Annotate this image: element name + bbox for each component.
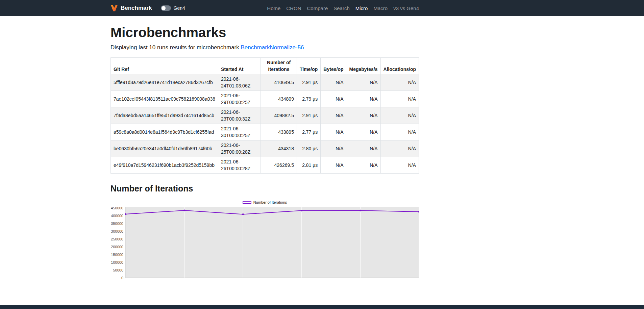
y-tick-label: 250000 <box>111 237 123 241</box>
nav-link-micro[interactable]: Micro <box>355 5 368 11</box>
megabytes-cell: N/A <box>346 140 380 157</box>
column-header: Megabytes/s <box>346 58 380 74</box>
y-tick-label: 450000 <box>111 206 123 210</box>
git-ref-cell: a59c8a0a8d0014e8a1f564d9c97b3d1cf6255fad <box>111 124 218 140</box>
brand-label: Benchmark <box>121 5 152 11</box>
iterations-cell: 434809 <box>261 91 297 107</box>
time-op-cell: 2.77 µs <box>297 124 320 140</box>
nav-link-cron[interactable]: CRON <box>286 5 301 11</box>
iterations-cell: 410649.5 <box>261 74 297 91</box>
allocations-cell: N/A <box>380 140 419 157</box>
table-row: be0630bf56a20e341a0df40fd1d56fb89174f60b… <box>111 140 419 157</box>
bytes-op-cell: N/A <box>321 74 346 91</box>
column-header: Number of Iterations <box>261 58 297 74</box>
megabytes-cell: N/A <box>346 91 380 107</box>
brand[interactable]: Benchmark <box>110 5 152 11</box>
main-content: Microbenchmarks Displaying last 10 runs … <box>110 24 419 285</box>
git-ref-cell: 7f3da8ebd5aa14651ffe5d1d993d74c1614d85cb <box>111 107 218 124</box>
time-op-cell: 2.91 µs <box>297 107 320 124</box>
toggle-switch[interactable] <box>161 5 171 11</box>
y-tick-label: 300000 <box>111 229 123 233</box>
gen4-toggle[interactable]: Gen4 <box>161 5 185 11</box>
vitess-logo-icon <box>110 5 118 11</box>
y-tick-label: 0 <box>121 276 123 280</box>
megabytes-cell: N/A <box>346 74 380 91</box>
git-ref-cell: be0630bf56a20e341a0df40fd1d56fb89174f60b <box>111 140 218 157</box>
y-tick-label: 400000 <box>111 214 123 218</box>
navbar-inner: Benchmark Gen4 HomeCRONCompareSearchMicr… <box>110 5 419 11</box>
table-row: e49f910a7d15946231f690b1acb3f9252d5159bb… <box>111 157 419 174</box>
section-title: Number of Iterations <box>110 184 419 194</box>
table-row: 7ae102cef05443f813511ae09c7582169008a038… <box>111 91 419 107</box>
allocations-cell: N/A <box>380 74 419 91</box>
nav-link-v3-vs-gen4[interactable]: v3 vs Gen4 <box>393 5 419 11</box>
data-point[interactable] <box>242 213 244 215</box>
nav-link-macro[interactable]: Macro <box>373 5 388 11</box>
column-header: Allocations/op <box>380 58 419 74</box>
started-at-cell: 2021-06-30T00:00:25Z <box>218 124 261 140</box>
column-header: Started At <box>218 58 261 74</box>
y-tick-label: 150000 <box>111 253 123 257</box>
time-op-cell: 2.80 µs <box>297 140 320 157</box>
y-tick-label: 100000 <box>111 260 123 264</box>
iterations-cell: 426269.5 <box>261 157 297 174</box>
started-at-cell: 2021-06-24T01:03:06Z <box>218 74 261 91</box>
data-point[interactable] <box>125 213 127 215</box>
table-row: a59c8a0a8d0014e8a1f564d9c97b3d1cf6255fad… <box>111 124 419 140</box>
megabytes-cell: N/A <box>346 107 380 124</box>
megabytes-cell: N/A <box>346 157 380 174</box>
bytes-op-cell: N/A <box>321 124 346 140</box>
column-header: Time/op <box>297 58 320 74</box>
iterations-cell: 409882.5 <box>261 107 297 124</box>
iterations-cell: 433895 <box>261 124 297 140</box>
column-header: Git Ref <box>111 58 218 74</box>
data-point[interactable] <box>183 209 185 211</box>
plot-area <box>126 207 419 278</box>
nav-links: HomeCRONCompareSearchMicroMacrov3 vs Gen… <box>267 5 419 11</box>
time-op-cell: 2.79 µs <box>297 91 320 107</box>
bytes-op-cell: N/A <box>321 157 346 174</box>
iterations-cell: 434318 <box>261 140 297 157</box>
started-at-cell: 2021-06- 25T00:00:28Z <box>218 140 261 157</box>
nav-link-search[interactable]: Search <box>333 5 350 11</box>
bytes-op-cell: N/A <box>321 107 346 124</box>
data-point[interactable] <box>360 210 361 211</box>
bytes-op-cell: N/A <box>321 91 346 107</box>
data-point[interactable] <box>301 210 302 211</box>
allocations-cell: N/A <box>380 157 419 174</box>
chart-legend: Number of Iterations <box>110 200 419 204</box>
y-tick-label: 350000 <box>111 222 123 226</box>
legend-swatch <box>243 201 251 204</box>
benchmark-link[interactable]: BenchmarkNormalize-56 <box>241 44 304 51</box>
time-op-cell: 2.91 µs <box>297 74 320 91</box>
chart-svg: 4500004000003500003000002500002000001500… <box>110 205 419 285</box>
megabytes-cell: N/A <box>346 124 380 140</box>
allocations-cell: N/A <box>380 124 419 140</box>
table-header-row: Git RefStarted AtNumber of IterationsTim… <box>111 58 419 74</box>
y-tick-label: 50000 <box>113 268 123 272</box>
started-at-cell: 2021-06- 26T00:00:28Z <box>218 157 261 174</box>
git-ref-cell: 5fffe91d3a79d26e41e741d18eca2786d3267cfb <box>111 74 218 91</box>
table-row: 5fffe91d3a79d26e41e741d18eca2786d3267cfb… <box>111 74 419 91</box>
results-table: Git RefStarted AtNumber of IterationsTim… <box>110 57 419 174</box>
toggle-label: Gen4 <box>174 5 185 11</box>
page-title: Microbenchmarks <box>110 24 419 41</box>
allocations-cell: N/A <box>380 91 419 107</box>
table-row: 7f3da8ebd5aa14651ffe5d1d993d74c1614d85cb… <box>111 107 419 124</box>
navbar: Benchmark Gen4 HomeCRONCompareSearchMicr… <box>0 0 644 16</box>
started-at-cell: 2021-06-29T00:00:25Z <box>218 91 261 107</box>
toggle-knob <box>162 6 166 10</box>
legend-label: Number of Iterations <box>253 200 287 204</box>
time-op-cell: 2.81 µs <box>297 157 320 174</box>
started-at-cell: 2021-06-23T00:00:32Z <box>218 107 261 124</box>
y-tick-label: 200000 <box>111 245 123 249</box>
subtitle: Displaying last 10 runs results for micr… <box>110 43 419 52</box>
bytes-op-cell: N/A <box>321 140 346 157</box>
git-ref-cell: 7ae102cef05443f813511ae09c7582169008a038 <box>111 91 218 107</box>
column-header: Bytes/op <box>321 58 346 74</box>
iterations-chart: Number of Iterations 4500004000003500003… <box>110 200 419 285</box>
allocations-cell: N/A <box>380 107 419 124</box>
git-ref-cell: e49f910a7d15946231f690b1acb3f9252d5159bb <box>111 157 218 174</box>
nav-link-compare[interactable]: Compare <box>307 5 328 11</box>
nav-link-home[interactable]: Home <box>267 5 280 11</box>
